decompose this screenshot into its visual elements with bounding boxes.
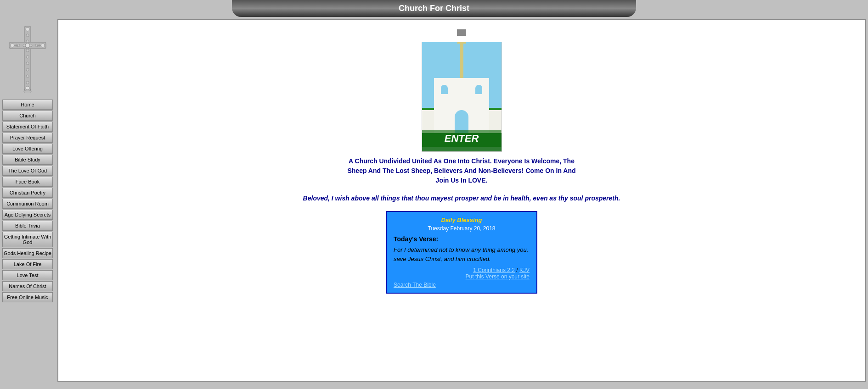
sidebar: Home Church Statement Of Faith Prayer Re… [0,17,55,384]
svg-point-13 [26,56,29,58]
title-bar: Church For Christ [232,0,636,17]
nav-item-lake-of-fire[interactable]: Lake Of Fire [2,259,53,269]
nav-item-communion-room[interactable]: Communion Room [2,199,53,209]
daily-blessing-date: Tuesday February 20, 2018 [394,225,530,232]
nav-item-gods-healing-recipe[interactable]: Gods Healing Recipe [2,248,53,258]
nav-item-church[interactable]: Church [2,111,53,121]
church-window-left [441,85,448,94]
daily-blessing-title: Daily Blessing [394,217,530,223]
nav-item-home[interactable]: Home [2,100,53,110]
verse-refs: 1 Corinthians 2:2 / KJV Put this Verse o… [394,267,530,280]
nav-item-bible-trivia[interactable]: Bible Trivia [2,221,53,231]
nav-item-names-of-christ[interactable]: Names Of Christ [2,281,53,291]
svg-point-17 [26,81,29,84]
church-wing-left [422,110,434,133]
nav-item-free-online-music[interactable]: Free Online Music [2,292,53,302]
nav-item-christian-poetry[interactable]: Christian Poetry [2,188,53,198]
nav-item-bible-study[interactable]: Bible Study [2,155,53,165]
main-content: ENTER A Church Undivided United As One I… [57,19,866,382]
church-building [434,78,489,133]
church-window-right [475,85,482,94]
svg-point-2 [26,28,29,31]
svg-point-18 [26,86,29,90]
verse-ref-2-link[interactable]: KJV [519,267,530,273]
church-doorway [455,110,468,133]
svg-point-4 [26,40,29,43]
svg-point-16 [26,75,29,78]
nav-item-love-test[interactable]: Love Test [2,270,53,280]
nav-item-the-love-of-god[interactable]: The Love Of God [2,166,53,176]
verse-ref-1-link[interactable]: 1 Corinthians 2:2 [473,267,515,273]
daily-blessing-box: Daily Blessing Tuesday February 20, 2018… [386,211,537,294]
nav-item-prayer-request[interactable]: Prayer Request [2,133,53,143]
svg-point-12 [26,49,29,52]
small-image-placeholder [457,29,466,36]
enter-label[interactable]: ENTER [422,130,502,147]
top-image [457,29,466,39]
welcome-text: A Church Undivided United As One Into Ch… [347,156,576,185]
verse-text: Beloved, I wish above all things that th… [303,194,620,202]
church-wing-right [489,110,502,133]
todays-verse-label: Today's Verse: [394,235,530,243]
svg-point-14 [26,62,29,65]
cross-logo [5,22,51,95]
todays-verse-text: For I determined not to know any thing a… [394,245,530,263]
search-bible-link[interactable]: Search The Bible [394,282,530,288]
nav-item-statement-of-faith[interactable]: Statement Of Faith [2,122,53,132]
nav-item-getting-intimate-with-god[interactable]: Getting Intimate With God [2,232,53,247]
nav-item-love-offering[interactable]: Love Offering [2,144,53,154]
put-on-site-link[interactable]: Put this Verse on your site [466,273,530,280]
svg-point-15 [26,68,29,71]
title-label: Church For Christ [399,4,469,13]
svg-point-3 [26,34,29,37]
svg-point-5 [11,44,14,47]
nav-item-age-defying-secrets[interactable]: Age Defying Secrets [2,210,53,220]
verse-ref-separator: / [516,267,519,273]
svg-point-9 [29,44,32,47]
church-image[interactable]: ENTER [422,42,502,152]
svg-point-23 [24,90,31,93]
nav-list: Home Church Statement Of Faith Prayer Re… [2,100,53,303]
svg-point-11 [41,44,45,47]
steeple-shaft [460,44,463,80]
church-image-container[interactable]: ENTER [422,42,502,152]
nav-item-face-book[interactable]: Face Book [2,177,53,187]
